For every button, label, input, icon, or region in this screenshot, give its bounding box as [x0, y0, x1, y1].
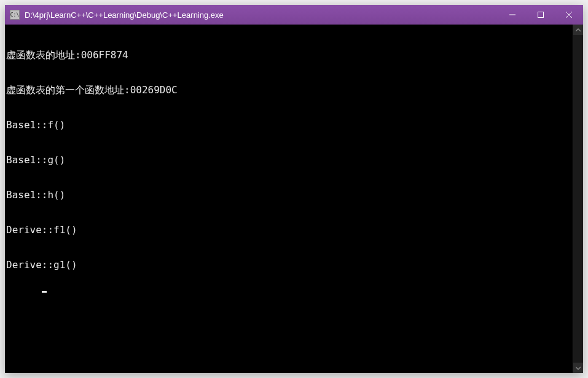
app-icon-label: C:\ — [10, 12, 19, 18]
vertical-scrollbar[interactable] — [573, 25, 583, 373]
cursor — [42, 291, 47, 293]
console-line: Base1::g() — [6, 154, 573, 166]
console-output[interactable]: 虚函数表的地址:006FF874 虚函数表的第一个函数地址:00269D0C B… — [5, 25, 573, 373]
minimize-button[interactable] — [498, 5, 527, 25]
app-icon: C:\ — [10, 10, 20, 20]
svg-rect-1 — [538, 12, 544, 18]
minimize-icon — [509, 12, 515, 18]
scroll-down-button[interactable] — [573, 363, 583, 373]
console-line: 虚函数表的第一个函数地址:00269D0C — [6, 84, 573, 96]
window-title: D:\4prj\LearnC++\C++Learning\Debug\C++Le… — [25, 10, 498, 20]
console-line: 虚函数表的地址:006FF874 — [6, 49, 573, 61]
console-area: 虚函数表的地址:006FF874 虚函数表的第一个函数地址:00269D0C B… — [5, 25, 583, 373]
maximize-icon — [538, 12, 544, 18]
titlebar[interactable]: C:\ D:\4prj\LearnC++\C++Learning\Debug\C… — [5, 5, 583, 25]
chevron-down-icon — [576, 366, 581, 371]
console-line: Derive::f1() — [6, 224, 573, 236]
maximize-button[interactable] — [527, 5, 555, 25]
console-window: C:\ D:\4prj\LearnC++\C++Learning\Debug\C… — [5, 5, 583, 373]
close-button[interactable] — [555, 5, 583, 25]
console-line: Base1::h() — [6, 189, 573, 201]
chevron-up-icon — [576, 28, 581, 33]
scrollbar-track[interactable] — [573, 35, 583, 363]
window-controls — [498, 5, 583, 25]
close-icon — [566, 12, 572, 18]
scroll-up-button[interactable] — [573, 25, 583, 35]
console-line: Base1::f() — [6, 119, 573, 131]
console-line: Derive::g1() — [6, 259, 573, 271]
